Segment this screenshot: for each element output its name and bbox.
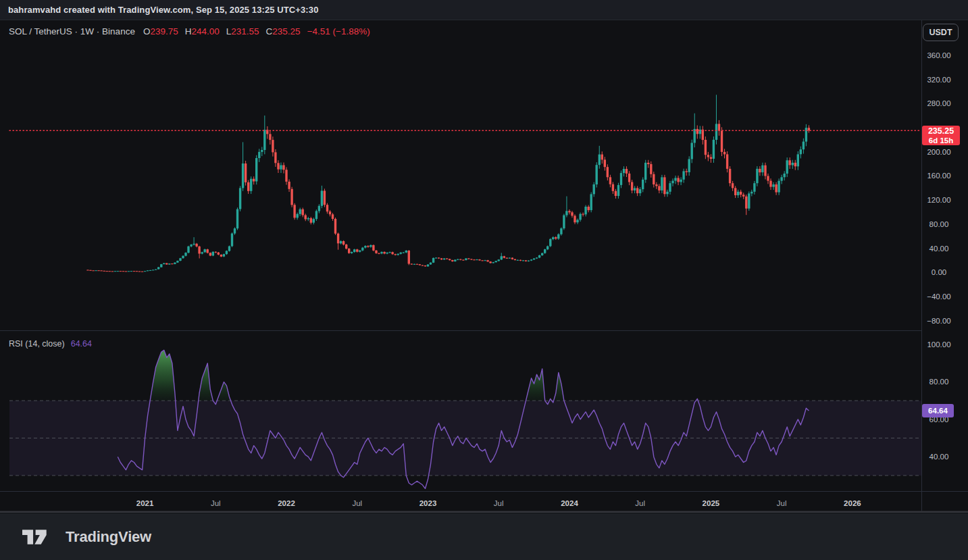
price-axis[interactable]: 360.00320.00280.00200.00160.00120.0080.0… — [927, 51, 951, 325]
rsi-title: RSI (14, close) — [9, 339, 65, 349]
svg-text:2023: 2023 — [419, 499, 437, 507]
svg-text:2022: 2022 — [278, 499, 295, 507]
tradingview-logo-icon[interactable] — [22, 529, 56, 545]
svg-text:−80.00: −80.00 — [927, 317, 951, 325]
tradingview-logo-text[interactable]: TradingView — [66, 528, 151, 546]
svg-text:2026: 2026 — [844, 499, 861, 507]
ohlc-high: H244.00 — [185, 26, 220, 36]
price-change: −4.51 (−1.88%) — [307, 26, 370, 36]
rsi-current-value: 64.64 — [71, 339, 92, 349]
svg-text:40.00: 40.00 — [929, 245, 949, 253]
ohlc-low: L231.55 — [226, 26, 259, 36]
svg-text:160.00: 160.00 — [927, 172, 950, 180]
footer-bar: TradingView — [0, 513, 968, 560]
svg-text:280.00: 280.00 — [927, 99, 950, 107]
currency-toggle-button[interactable]: USDT — [923, 24, 959, 41]
ohlc-open: O239.75 — [143, 26, 178, 36]
svg-text:200.00: 200.00 — [927, 148, 950, 156]
svg-text:2021: 2021 — [136, 499, 154, 507]
svg-text:Jul: Jul — [777, 499, 787, 507]
attribution-bar: bahramvahd created with TradingView.com,… — [0, 0, 968, 20]
svg-text:320.00: 320.00 — [927, 76, 950, 84]
svg-text:Jul: Jul — [635, 499, 645, 507]
svg-text:40.00: 40.00 — [929, 453, 949, 461]
candlestick-series[interactable] — [86, 95, 810, 272]
chart-canvas[interactable]: 360.00320.00280.00200.00160.00120.0080.0… — [0, 0, 968, 560]
rsi-indicator-legend[interactable]: RSI (14, close) 64.64 — [9, 339, 92, 349]
rsi-axis-label: 64.64 — [922, 404, 954, 417]
svg-text:2025: 2025 — [703, 499, 720, 507]
svg-text:Jul: Jul — [494, 499, 504, 507]
svg-text:360.00: 360.00 — [927, 51, 950, 59]
svg-text:−40.00: −40.00 — [927, 292, 951, 301]
bar-countdown: 6d 15h — [922, 136, 960, 146]
svg-text:120.00: 120.00 — [927, 196, 950, 204]
svg-text:80.00: 80.00 — [929, 378, 949, 386]
symbol-title[interactable]: SOL / TetherUS · 1W · Binance — [9, 26, 135, 36]
svg-text:Jul: Jul — [352, 499, 362, 507]
last-price-label: 235.25 6d 15h — [922, 126, 960, 145]
svg-text:0.00: 0.00 — [932, 268, 946, 276]
attribution-text: bahramvahd created with TradingView.com,… — [8, 5, 318, 15]
last-price-value: 235.25 — [922, 126, 960, 136]
tradingview-chart-window: 360.00320.00280.00200.00160.00120.0080.0… — [0, 0, 968, 560]
svg-text:2024: 2024 — [561, 499, 578, 507]
time-axis[interactable]: 2021Jul2022Jul2023Jul2024Jul2025Jul2026 — [136, 499, 861, 507]
rsi-axis[interactable]: 100.0080.0060.0040.00 — [927, 340, 950, 461]
symbol-legend: SOL / TetherUS · 1W · Binance O239.75 H2… — [9, 26, 370, 36]
svg-text:100.00: 100.00 — [927, 340, 950, 349]
svg-text:Jul: Jul — [211, 499, 221, 507]
ohlc-close: C235.25 — [266, 26, 301, 36]
svg-text:80.00: 80.00 — [929, 220, 949, 228]
